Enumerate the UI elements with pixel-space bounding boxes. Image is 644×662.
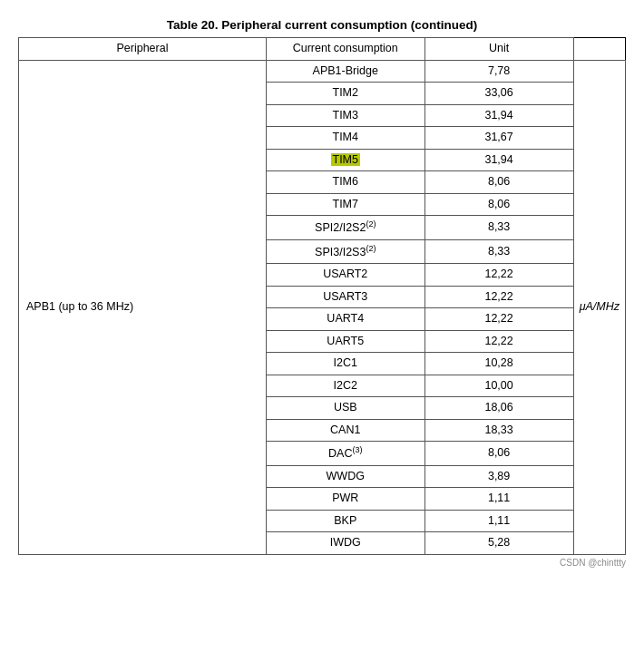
peripheral-name-cell: IWDG [266,532,424,555]
current-value-cell: 1,11 [424,488,573,511]
current-value-cell: 12,22 [424,264,573,287]
current-value-cell: 8,06 [424,171,573,194]
peripheral-name-cell: UART5 [266,330,424,353]
highlighted-peripheral: TIM5 [331,153,360,166]
current-value-cell: 5,28 [424,532,573,555]
peripheral-name-cell: SPI2/I2S2(2) [266,216,424,240]
current-value-cell: 12,22 [424,308,573,331]
superscript: (2) [366,244,376,253]
header-row: Peripheral Current consumption Unit [19,38,626,61]
watermark: CSDN @chinttty [18,558,626,568]
current-value-cell: 1,11 [424,510,573,532]
peripheral-name-cell: TIM4 [266,127,424,150]
table-row: APB1 (up to 36 MHz)APB1-Bridge7,78μA/MHz [19,60,626,83]
header-current: Current consumption [266,38,424,61]
current-value-cell: 33,06 [424,83,573,105]
peripheral-name-cell: TIM2 [266,83,424,105]
peripheral-name-cell: USART2 [266,264,424,287]
current-value-cell: 12,22 [424,286,573,308]
peripheral-name-cell: UART4 [266,308,424,331]
peripheral-name-cell: TIM6 [266,171,424,194]
superscript: (2) [366,219,376,229]
current-value-cell: 31,94 [424,149,573,171]
data-table: Peripheral Current consumption Unit APB1… [18,37,626,555]
unit-cell: μA/MHz [573,60,625,554]
current-value-cell: 8,06 [424,193,573,216]
peripheral-name-cell: I2C2 [266,375,424,397]
current-value-cell: 18,33 [424,419,573,442]
peripheral-name-cell: APB1-Bridge [266,60,424,83]
current-value-cell: 3,89 [424,465,573,488]
peripheral-name-cell: SPI3/I2S3(2) [266,239,424,264]
apb1-label-cell: APB1 (up to 36 MHz) [19,60,267,554]
table-body: APB1 (up to 36 MHz)APB1-Bridge7,78μA/MHz… [19,60,626,554]
current-value-cell: 8,33 [424,239,573,264]
superscript: (3) [352,445,362,454]
table-title: Table 20. Peripheral current consumption… [18,18,626,32]
peripheral-name-cell: WWDG [266,465,424,488]
peripheral-name-cell: TIM7 [266,193,424,216]
peripheral-name-cell: TIM3 [266,104,424,127]
peripheral-name-cell: USART3 [266,286,424,308]
current-value-cell: 10,00 [424,375,573,397]
peripheral-name-cell: I2C1 [266,353,424,375]
peripheral-name-cell: BKP [266,510,424,532]
current-value-cell: 31,94 [424,104,573,127]
peripheral-name-cell: TIM5 [266,149,424,171]
peripheral-name-cell: DAC(3) [266,442,424,466]
current-value-cell: 18,06 [424,397,573,420]
peripheral-name-cell: USB [266,397,424,420]
header-unit: Unit [424,38,573,61]
page-wrapper: Table 20. Peripheral current consumption… [18,18,626,568]
current-value-cell: 8,06 [424,442,573,466]
current-value-cell: 7,78 [424,60,573,83]
peripheral-name-cell: PWR [266,488,424,511]
header-peripheral: Peripheral [19,38,267,61]
current-value-cell: 12,22 [424,330,573,353]
current-value-cell: 31,67 [424,127,573,150]
current-value-cell: 8,33 [424,216,573,240]
peripheral-name-cell: CAN1 [266,419,424,442]
current-value-cell: 10,28 [424,353,573,375]
